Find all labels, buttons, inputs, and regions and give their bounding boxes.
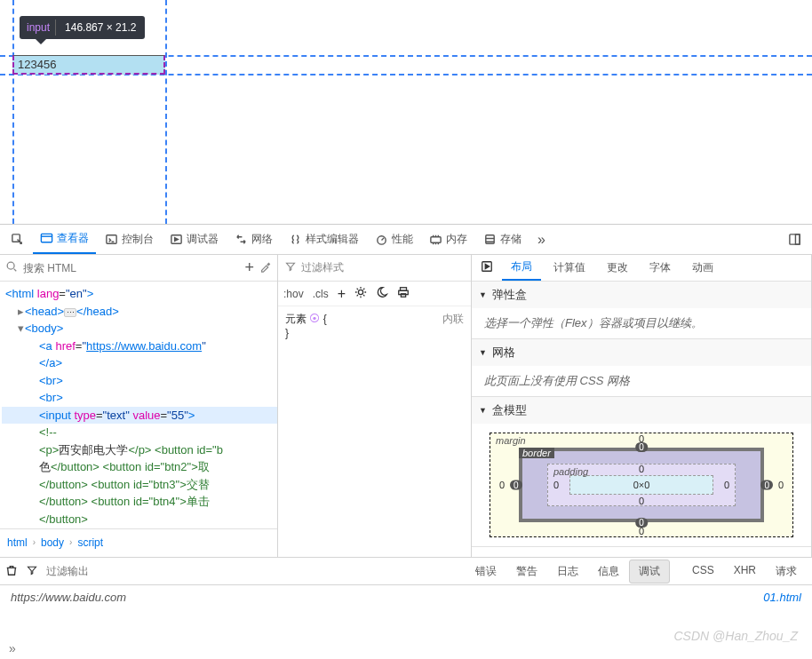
box-content: 0×0: [569, 475, 713, 495]
tab-memory[interactable]: 内存: [422, 226, 474, 254]
tab-style-editor[interactable]: 样式编辑器: [282, 226, 366, 254]
tab-performance[interactable]: 性能: [368, 226, 420, 254]
filter-styles-label[interactable]: 过滤样式: [301, 260, 464, 275]
tab-debugger[interactable]: 调试器: [163, 226, 226, 254]
tab-computed[interactable]: 计算值: [545, 256, 594, 281]
svg-rect-1: [41, 234, 52, 242]
dark-scheme-icon[interactable]: [376, 286, 388, 301]
layout-pane: 布局 计算值 更改 字体 动画 ▼弹性盒 选择一个弹性（Flex）容器或项目以继…: [472, 255, 812, 557]
svg-point-9: [7, 262, 14, 269]
funnel-icon: [27, 565, 37, 578]
grid-section-body: 此页面上没有使用 CSS 网格: [472, 366, 811, 396]
dom-tree[interactable]: <html lang="en"> ▸<head>⋯</head> ▾<body>…: [0, 282, 277, 528]
filter-debug[interactable]: 调试: [629, 560, 670, 584]
dom-pane: + <html lang="en"> ▸<head>⋯</head> ▾<bod…: [0, 255, 278, 557]
funnel-icon: [285, 261, 296, 274]
filter-logs[interactable]: 日志: [547, 560, 588, 584]
element-tooltip: input 146.867 × 21.2: [20, 16, 145, 39]
tab-network[interactable]: 网络: [227, 226, 280, 254]
expand-console-button[interactable]: »: [9, 641, 16, 655]
console-filter-input[interactable]: [46, 565, 179, 577]
cls-toggle[interactable]: .cls: [313, 288, 329, 300]
clear-console-button[interactable]: [5, 564, 18, 579]
watermark: CSDN @Han_Zhou_Z: [674, 629, 799, 643]
rules-area[interactable]: 元素 ⦿ { 内联 }: [278, 306, 471, 345]
tab-animations[interactable]: 动画: [683, 256, 722, 281]
selected-node[interactable]: <input type="text" value="55">: [2, 407, 277, 425]
svg-rect-7: [790, 234, 800, 244]
play-icon[interactable]: [475, 260, 498, 275]
filter-warnings[interactable]: 警告: [506, 560, 547, 584]
styles-pane: 过滤样式 :hov .cls + 元素 ⦿ { 内联 }: [278, 255, 472, 557]
more-tabs-button[interactable]: »: [530, 226, 553, 254]
breadcrumb[interactable]: html › body › script: [0, 528, 277, 555]
svg-rect-5: [431, 237, 441, 243]
devtools-panes: + <html lang="en"> ▸<head>⋯</head> ▾<bod…: [0, 255, 812, 557]
console-toolbar: 错误 警告 日志 信息 调试 CSS XHR 请求: [0, 557, 812, 585]
crumb-body[interactable]: body: [41, 536, 64, 549]
tab-changes[interactable]: 更改: [598, 256, 637, 281]
search-icon: [5, 260, 18, 275]
hov-toggle[interactable]: :hov: [283, 288, 304, 300]
flex-section-body: 选择一个弹性（Flex）容器或项目以继续。: [472, 308, 811, 338]
filter-xhr[interactable]: XHR: [724, 560, 766, 584]
tooltip-dimensions: 146.867 × 21.2: [56, 21, 145, 34]
flex-section-header[interactable]: ▼弹性盒: [472, 282, 811, 308]
console-message[interactable]: https://www.baidu.com 01.html: [0, 585, 812, 609]
tab-layout[interactable]: 布局: [502, 256, 541, 281]
search-html-input[interactable]: [23, 262, 239, 274]
svg-rect-8: [795, 234, 800, 244]
add-element-button[interactable]: +: [244, 258, 254, 277]
svg-point-10: [358, 290, 362, 294]
filter-requests[interactable]: 请求: [766, 560, 807, 584]
filter-info[interactable]: 信息: [588, 560, 629, 584]
tab-inspector[interactable]: 查看器: [33, 226, 96, 254]
tooltip-tag: input: [20, 21, 55, 34]
print-icon[interactable]: [397, 286, 410, 301]
highlighted-input[interactable]: 123456: [12, 55, 165, 75]
box-model[interactable]: margin 0 0 0 0 border 0 0 0 0 padding: [472, 424, 811, 546]
eyedropper-button[interactable]: [259, 260, 272, 275]
input-value: 123456: [18, 58, 56, 71]
filter-css[interactable]: CSS: [682, 560, 724, 584]
filter-errors[interactable]: 错误: [466, 560, 506, 584]
tab-storage[interactable]: 存储: [476, 226, 529, 254]
grid-section-header[interactable]: ▼网格: [472, 339, 811, 366]
light-scheme-icon[interactable]: [354, 286, 367, 301]
pick-element-button[interactable]: [4, 226, 31, 254]
tab-fonts[interactable]: 字体: [641, 256, 680, 281]
svg-rect-13: [401, 294, 405, 298]
crumb-html[interactable]: html: [7, 536, 28, 549]
dock-button[interactable]: [781, 226, 808, 254]
add-rule-button[interactable]: +: [338, 286, 346, 302]
crumb-script[interactable]: script: [77, 536, 103, 549]
tab-console[interactable]: 控制台: [98, 226, 161, 254]
devtools-toolbar: 查看器 控制台 调试器 网络 样式编辑器 性能 内存 存储 »: [0, 225, 812, 255]
rendered-page: input 146.867 × 21.2 123456: [0, 0, 812, 225]
boxmodel-section-header[interactable]: ▼盒模型: [472, 397, 811, 424]
